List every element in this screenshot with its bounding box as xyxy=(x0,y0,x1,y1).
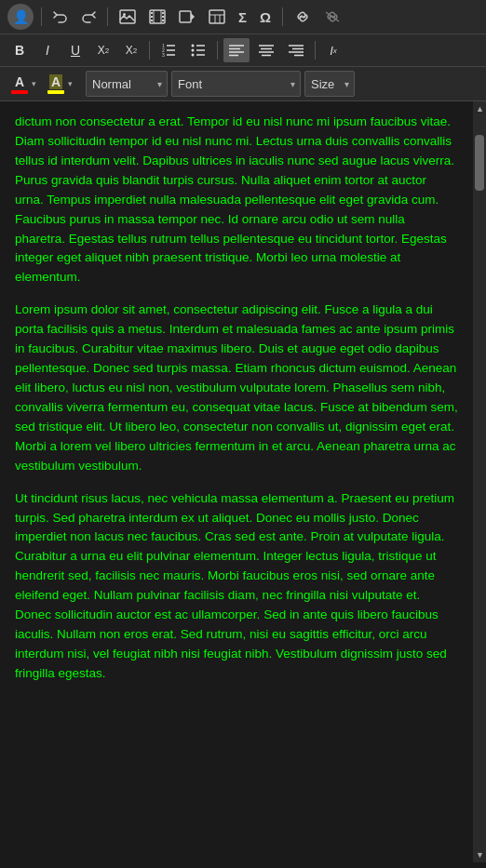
insert-link-button[interactable] xyxy=(290,8,315,25)
divider4 xyxy=(149,41,150,60)
bold-button[interactable]: B xyxy=(7,38,32,62)
svg-rect-13 xyxy=(209,10,224,23)
underline-button[interactable]: U xyxy=(63,38,88,62)
font-color-swatch xyxy=(11,90,28,94)
insert-film-button[interactable] xyxy=(145,7,169,26)
toolbar-row2: B I U X2 X2 123 Ix xyxy=(0,34,486,67)
highlight-color-button[interactable]: A ▾ xyxy=(44,72,76,97)
italic-button[interactable]: I xyxy=(35,38,60,62)
svg-rect-11 xyxy=(180,11,191,22)
size-select[interactable]: Size 8 10 12 14 16 18 24 36 xyxy=(304,71,355,97)
align-left-button[interactable] xyxy=(223,38,250,62)
align-center-button[interactable] xyxy=(253,38,279,62)
user-icon: 👤 xyxy=(13,9,29,24)
user-avatar[interactable]: 👤 xyxy=(7,4,34,30)
highlight-color-swatch xyxy=(47,90,64,94)
svg-rect-8 xyxy=(162,16,164,18)
highlight-color-label: A xyxy=(49,74,62,89)
insert-formula-button[interactable]: Σ xyxy=(235,7,250,27)
paragraph-2: Lorem ipsum dolor sit amet, consectetur … xyxy=(15,300,458,475)
svg-rect-6 xyxy=(162,20,164,21)
svg-point-28 xyxy=(192,49,195,52)
align-right-button[interactable] xyxy=(283,38,309,62)
paragraph-1: dictum non consectetur a erat. Tempor id… xyxy=(15,113,458,287)
remove-link-button[interactable] xyxy=(320,8,344,25)
toolbar-row3: A ▾ A ▾ Normal Heading 1 Heading 2 Headi… xyxy=(0,67,486,101)
editor-content[interactable]: dictum non consectetur a erat. Tempor id… xyxy=(0,101,486,862)
svg-rect-7 xyxy=(151,16,153,18)
divider6 xyxy=(315,41,316,60)
scroll-thumb[interactable] xyxy=(475,135,484,191)
undo-button[interactable] xyxy=(49,7,72,26)
superscript-button[interactable]: X2 xyxy=(119,38,143,62)
paragraph-3: Ut tincidunt risus lacus, nec vehicula m… xyxy=(15,489,458,684)
svg-rect-4 xyxy=(162,12,164,14)
font-select-wrapper[interactable]: Font Arial Times New Roman Courier New xyxy=(171,71,301,97)
highlight-color-arrow: ▾ xyxy=(68,79,73,88)
insert-table-button[interactable] xyxy=(205,7,229,26)
ordered-list-button[interactable]: 123 xyxy=(155,38,182,62)
insert-video-button[interactable] xyxy=(175,7,199,26)
size-select-wrapper[interactable]: Size 8 10 12 14 16 18 24 36 xyxy=(304,71,355,97)
scroll-down-arrow[interactable]: ▼ xyxy=(473,848,486,862)
font-select[interactable]: Font Arial Times New Roman Courier New xyxy=(171,71,301,97)
svg-marker-12 xyxy=(191,13,195,20)
unordered-list-button[interactable] xyxy=(185,38,211,62)
divider3 xyxy=(282,7,283,26)
divider xyxy=(41,7,42,26)
insert-image-button[interactable] xyxy=(115,7,140,26)
divider5 xyxy=(217,41,218,60)
subscript-button[interactable]: X2 xyxy=(91,38,115,62)
svg-point-27 xyxy=(192,45,195,47)
clear-format-button[interactable]: Ix xyxy=(321,38,345,62)
svg-point-29 xyxy=(192,54,195,57)
divider2 xyxy=(107,7,108,26)
insert-special-char-button[interactable]: Ω xyxy=(256,7,275,27)
svg-rect-5 xyxy=(151,20,153,21)
svg-text:3: 3 xyxy=(162,52,165,57)
redo-button[interactable] xyxy=(77,7,100,26)
scrollbar[interactable]: ▲ ▼ xyxy=(473,101,486,862)
style-select-wrapper[interactable]: Normal Heading 1 Heading 2 Heading 3 xyxy=(86,71,168,97)
svg-rect-3 xyxy=(151,12,153,14)
scroll-up-arrow[interactable]: ▲ xyxy=(473,101,486,116)
editor-area: dictum non consectetur a erat. Tempor id… xyxy=(0,101,486,862)
style-select[interactable]: Normal Heading 1 Heading 2 Heading 3 xyxy=(86,71,168,97)
font-color-arrow: ▾ xyxy=(32,79,36,88)
toolbar-row1: 👤 Σ Ω xyxy=(0,0,486,34)
font-color-label: A xyxy=(15,74,24,89)
font-color-button[interactable]: A ▾ xyxy=(7,72,40,97)
